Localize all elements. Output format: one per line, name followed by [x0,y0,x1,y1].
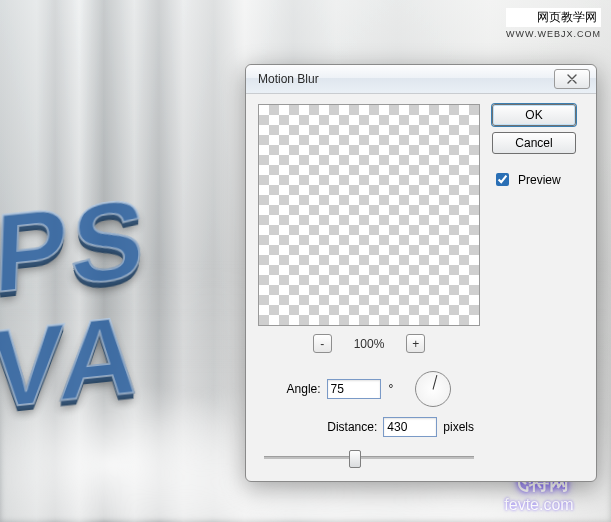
angle-input[interactable] [327,379,381,399]
transparency-checker [259,105,479,325]
dialog-title: Motion Blur [258,72,319,86]
motion-blur-dialog: Motion Blur - 100% + Angle: [245,64,597,482]
watermark-top-title: 网页教学网 [506,8,601,27]
angle-unit: ° [387,382,394,396]
slider-track [264,456,474,459]
close-button[interactable] [554,69,590,89]
plus-icon: + [412,338,419,350]
distance-unit: pixels [443,420,474,434]
cancel-button[interactable]: Cancel [492,132,576,154]
slider-thumb[interactable] [349,450,361,468]
angle-needle [433,375,438,390]
distance-label: Distance: [327,420,377,434]
dialog-titlebar[interactable]: Motion Blur [246,65,596,94]
zoom-out-button[interactable]: - [313,334,332,353]
close-icon [567,74,577,84]
watermark-top: 网页教学网 www.webjx.com [506,8,601,39]
watermark-domain: fevte.com [479,496,599,514]
preview-area[interactable] [258,104,480,326]
preview-checkbox-row[interactable]: Preview [492,170,576,189]
angle-label: Angle: [287,382,321,396]
preview-checkbox-label: Preview [518,173,561,187]
zoom-in-button[interactable]: + [406,334,425,353]
angle-wheel[interactable] [415,371,451,407]
watermark-top-sub: www.webjx.com [506,27,601,39]
preview-checkbox[interactable] [496,173,509,186]
minus-icon: - [320,338,324,350]
distance-slider[interactable] [264,447,474,467]
zoom-level: 100% [354,337,385,351]
distance-input[interactable] [383,417,437,437]
ok-button[interactable]: OK [492,104,576,126]
